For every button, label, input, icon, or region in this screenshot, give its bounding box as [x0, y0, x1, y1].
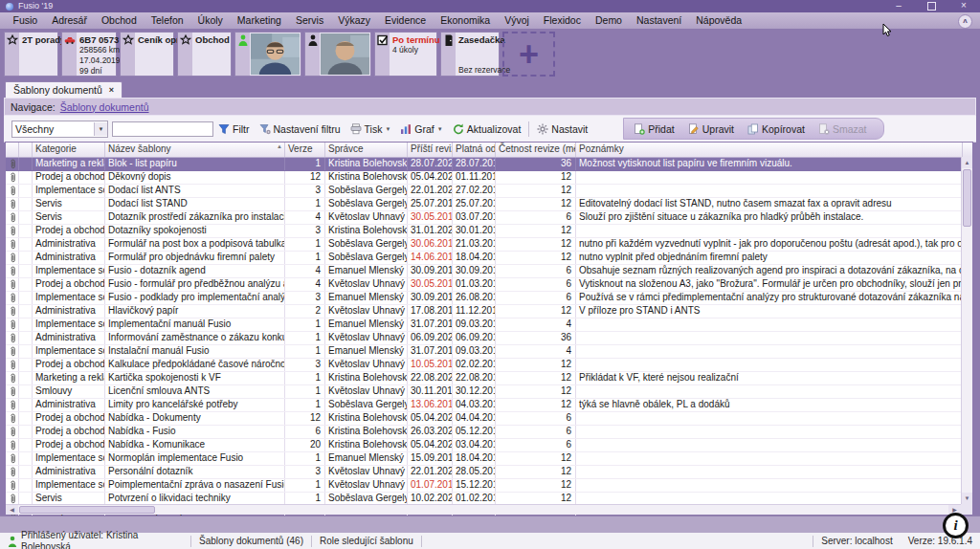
table-row[interactable]: ServisDodací list STAND1Soběslava Gergel…: [6, 198, 972, 211]
column-header-verze[interactable]: Verze: [285, 143, 325, 157]
column-header-platna-od[interactable]: Platná od: [453, 143, 496, 157]
close-button[interactable]: ×: [947, 0, 980, 12]
column-header-blank[interactable]: [6, 143, 19, 157]
table-row[interactable]: Implementace softwareFusio - podklady pr…: [6, 292, 972, 305]
info-icon[interactable]: i: [943, 513, 969, 538]
menu-item-marketing[interactable]: Marketing: [230, 12, 288, 29]
column-header-cetnost-revize-mes[interactable]: Četnost revize (měs): [496, 143, 576, 157]
cell-valid-from: 09.03.2018: [453, 318, 496, 331]
card-obchod[interactable]: Obchod: [177, 32, 232, 77]
column-header-spravce[interactable]: Správce: [325, 143, 408, 157]
table-row[interactable]: Implementace softwareInstalační manuál F…: [6, 345, 972, 359]
table-row[interactable]: AdministrativaFormulář na post box a pod…: [6, 238, 972, 252]
card-person[interactable]: [234, 32, 301, 77]
menu-item-telefon[interactable]: Telefon: [144, 12, 190, 29]
column-header-kategorie[interactable]: Kategorie: [33, 143, 105, 157]
table-row[interactable]: Marketing a reklamaKartička spokojenosti…: [6, 372, 972, 385]
search-input[interactable]: [112, 121, 213, 137]
table-row[interactable]: Marketing a reklamaBlok - list papíru1Kr…: [6, 158, 972, 171]
table-row[interactable]: Prodej a obchodNabídka - Dokumenty12Kris…: [6, 412, 972, 426]
column-header-poznamky[interactable]: Poznámky: [576, 143, 963, 157]
button-tisk[interactable]: Tisk▼: [345, 123, 396, 135]
button-nastavit[interactable]: Nastavit: [532, 123, 592, 135]
button-upravit[interactable]: Upravit: [683, 123, 739, 135]
button-filtr[interactable]: Filtr: [213, 123, 255, 135]
cell-manager: Kristina Bolehovská: [325, 171, 408, 184]
title-bar: Fusio '19 – ×: [0, 0, 980, 12]
menu-item-napoveda[interactable]: Nápověda: [689, 12, 749, 29]
column-header-blank[interactable]: [19, 143, 33, 157]
scroll-left-icon[interactable]: ◀: [6, 505, 18, 515]
scroll-up-icon[interactable]: ▲: [962, 157, 972, 168]
card-person[interactable]: [304, 32, 371, 77]
menu-item-ekonomika[interactable]: Ekonomika: [434, 12, 498, 29]
tab-sablony-dokumentu[interactable]: Šablony dokumentů ×: [5, 81, 122, 98]
table-row[interactable]: AdministrativaHlavičkový papír2Květoslav…: [6, 305, 972, 318]
minimize-button[interactable]: –: [882, 0, 915, 12]
collapse-chevron-button[interactable]: ᴧ: [958, 14, 972, 29]
card-po-terminu[interactable]: Po termínu4 úkoly: [374, 32, 437, 77]
menu-item-adresar[interactable]: Adresář: [45, 12, 95, 29]
button-label: Kopírovat: [762, 123, 805, 135]
table-row[interactable]: Implementace softwarePoimplementační zpr…: [6, 479, 972, 493]
table-row[interactable]: Prodej a obchodFusio - formulář pro před…: [6, 278, 972, 292]
button-pridat[interactable]: Přidat: [629, 123, 679, 135]
table-row[interactable]: Implementace softwareNormoplán implement…: [6, 452, 972, 466]
vertical-scroll-thumb[interactable]: [963, 169, 971, 227]
maximize-button[interactable]: [915, 0, 947, 12]
menu-item-evidence[interactable]: Evidence: [378, 12, 434, 29]
table-row[interactable]: Prodej a obchodKalkulace předpokládané č…: [6, 359, 972, 372]
table-row[interactable]: Prodej a obchodNabídka - Komunikace20Kri…: [6, 439, 972, 452]
table-row[interactable]: AdministrativaInformování zaměstnance o …: [6, 332, 972, 345]
table-row[interactable]: Prodej a obchodDěkovný dopis12Kristina B…: [6, 171, 972, 185]
cell-attachment: [6, 318, 19, 331]
table-row[interactable]: AdministrativaPersonální dotazník3Květos…: [6, 466, 972, 479]
card-cenik-oprav[interactable]: Ceník oprav: [120, 32, 174, 77]
column-header-pristi-revize[interactable]: Příští revize: [408, 143, 453, 157]
cell-revision-frequency: 12: [496, 466, 576, 478]
table-header-row: KategorieNázev šablony▲VerzeSprávcePříšt…: [6, 143, 972, 158]
filter-scope-select[interactable]: Všechny ▼: [11, 121, 108, 138]
table-row[interactable]: AdministrativaLimity pro kancelářské pot…: [6, 399, 972, 412]
cell-valid-from: 28.07.2014: [453, 158, 496, 170]
menu-item-vykazy[interactable]: Výkazy: [331, 12, 378, 29]
vertical-scrollbar[interactable]: ▲ ▼: [961, 157, 972, 504]
menu-item-nastaveni[interactable]: Nastavení: [629, 12, 688, 29]
card-6b7-0573[interactable]: 6B7 0573258566 km17.04.201999 dní: [61, 32, 117, 77]
table-row[interactable]: Prodej a obchodNabídka - Fusio6Kristina …: [6, 426, 972, 439]
card-zasedacka[interactable]: ZasedačkaBez rezervace: [440, 32, 500, 77]
button-nastaveni-filtru[interactable]: Nastavení filtru: [255, 123, 345, 135]
table-row[interactable]: Prodej a obchodDotazníky spokojenosti3Kr…: [6, 225, 972, 238]
navigation-link[interactable]: Šablony dokumentů: [60, 101, 149, 113]
table-row[interactable]: Implementace softwareImplementační manuá…: [6, 318, 972, 332]
cell-category: Administrativa: [33, 305, 105, 318]
scroll-down-icon[interactable]: ▼: [962, 493, 972, 504]
cell-blank: [19, 412, 33, 425]
column-header-nazev-sablony[interactable]: Název šablony▲: [105, 143, 285, 157]
horizontal-scroll-thumb[interactable]: [19, 506, 155, 514]
card-add[interactable]: +: [502, 32, 555, 77]
table-row[interactable]: SmlouvyLicenční smlouva ANTS1Květoslav U…: [6, 385, 972, 399]
table-row[interactable]: Implementace softwareDodací list ANTS3So…: [6, 185, 972, 198]
menu-item-fusio[interactable]: Fusio: [6, 12, 45, 29]
tab-close-icon[interactable]: ×: [109, 85, 114, 95]
cell-notes: Přikládat k VF, které nejsou realizační: [576, 372, 963, 384]
cell-valid-from: 04.03.2014: [453, 399, 496, 411]
table-row[interactable]: ServisDotazník prostředí zákazníka pro i…: [6, 211, 972, 225]
card-2t-porady[interactable]: 2T porady: [4, 32, 58, 77]
table-row[interactable]: AdministrativaFormulář pro objednávku fi…: [6, 252, 972, 265]
button-graf[interactable]: Graf▼: [395, 123, 447, 135]
cell-valid-from: 21.03.2014: [453, 238, 496, 251]
cell-notes: [576, 385, 963, 398]
horizontal-scrollbar[interactable]: ◀ ▶: [6, 504, 961, 515]
menu-item-servis[interactable]: Servis: [288, 12, 330, 29]
menu-item-vyvoj[interactable]: Vývoj: [498, 12, 537, 29]
menu-item-ukoly[interactable]: Úkoly: [190, 12, 230, 29]
table-row[interactable]: Implementace softwareFusio - dotazník ag…: [6, 265, 972, 278]
button-kopirovat[interactable]: Kopírovat: [743, 123, 810, 135]
menu-item-flexidoc[interactable]: Flexidoc: [536, 12, 588, 29]
menu-item-obchod[interactable]: Obchod: [94, 12, 144, 29]
cell-blank: [19, 198, 33, 210]
button-aktualizovat[interactable]: Aktualizovat: [448, 123, 526, 135]
menu-item-demo[interactable]: Demo: [588, 12, 629, 29]
